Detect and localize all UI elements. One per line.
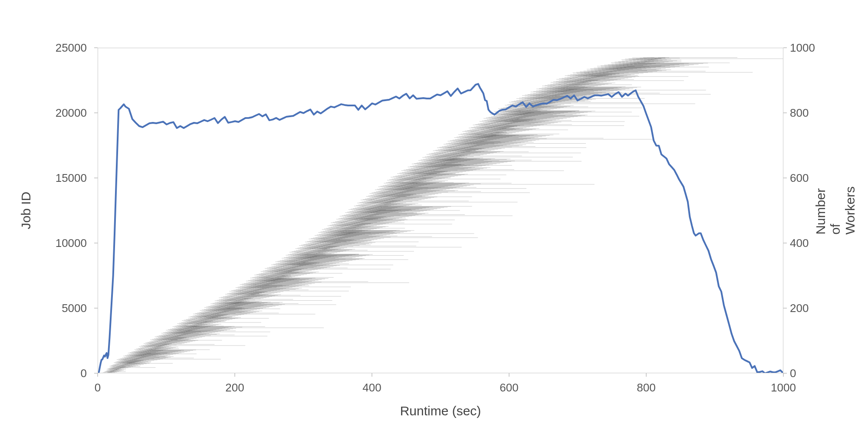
plot-area xyxy=(98,48,783,373)
x-tick: 200 xyxy=(225,381,244,395)
plot-canvas xyxy=(98,48,783,373)
chart-container: 0 5000 10000 15000 20000 25000 0 200 400… xyxy=(0,0,868,434)
y1-tick: 20000 xyxy=(43,106,87,120)
x-tick: 1000 xyxy=(771,381,796,395)
y1-tick: 15000 xyxy=(43,171,87,185)
y2-tick: 400 xyxy=(790,237,833,250)
x-tick: 800 xyxy=(637,381,655,395)
y2-tick: 0 xyxy=(790,367,833,380)
y1-axis-label: Job ID xyxy=(19,192,33,230)
y1-tick: 10000 xyxy=(43,237,87,250)
x-tick: 600 xyxy=(500,381,518,395)
x-axis-label: Runtime (sec) xyxy=(400,404,481,418)
y2-tick: 1000 xyxy=(790,41,833,55)
y1-tick: 0 xyxy=(43,367,87,380)
y2-axis-label: Number of Workers xyxy=(813,186,858,234)
x-tick: 400 xyxy=(362,381,381,395)
y2-tick: 600 xyxy=(790,171,833,185)
y2-tick: 200 xyxy=(790,302,833,315)
y1-tick: 5000 xyxy=(43,302,87,315)
x-tick: 0 xyxy=(95,381,101,395)
y1-tick: 25000 xyxy=(43,41,87,55)
y2-tick: 800 xyxy=(790,106,833,120)
